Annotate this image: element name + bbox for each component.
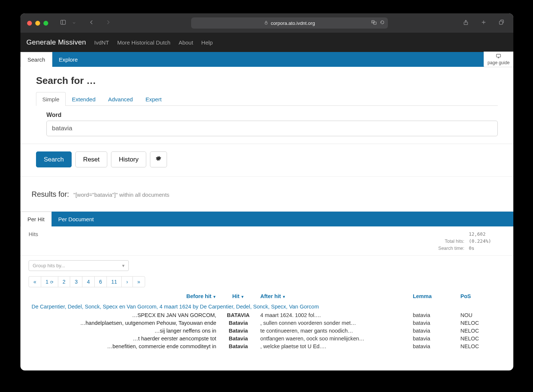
results-header: Results for: "[word="batavia"]" within a… — [20, 176, 513, 211]
cell-after: , sullen connen voorderen sonder met… — [257, 319, 410, 327]
subtab-advanced[interactable]: Advanced — [102, 92, 139, 106]
hits-label: Hits — [29, 231, 38, 237]
translate-icon[interactable]: A — [371, 20, 377, 26]
address-bar[interactable]: corpora.ato.ivdnt.org A — [191, 17, 388, 29]
table-row[interactable]: …SPECX EN JAN VAN GORCOM,BATAVIA4 maart … — [29, 311, 505, 319]
cell-lemma: batavia — [410, 327, 457, 334]
subtab-expert[interactable]: Expert — [139, 92, 168, 106]
titlebar: corpora.ato.ivdnt.org A — [20, 13, 513, 33]
monitor-icon — [488, 53, 510, 60]
cell-hit: BATAVIA — [219, 311, 258, 319]
page-last[interactable]: » — [133, 276, 145, 287]
col-lemma[interactable]: Lemma — [410, 291, 457, 301]
nav-more-historical-dutch[interactable]: More Historical Dutch — [117, 39, 170, 46]
col-after-hit[interactable]: After hit▼ — [257, 291, 410, 301]
history-button[interactable]: History — [111, 151, 146, 167]
page-1[interactable]: 1⟳ — [41, 276, 58, 287]
page-11[interactable]: 11 — [107, 276, 122, 287]
subtab-extended[interactable]: Extended — [66, 92, 102, 106]
url-text: corpora.ato.ivdnt.org — [271, 20, 315, 26]
caret-down-icon: ▼ — [282, 295, 286, 299]
hits-bar: Hits Total hits:12,602 (0.224%) Search t… — [20, 226, 513, 256]
svg-rect-2 — [265, 22, 267, 24]
nav-ivdnt[interactable]: IvdNT — [94, 39, 109, 46]
table-row[interactable]: …t haerder eerster aencompste totBatavia… — [29, 334, 505, 342]
pagination: « 1⟳ 2 3 4 6 11 › » — [29, 276, 505, 287]
nav-help[interactable]: Help — [201, 39, 213, 46]
lock-icon — [264, 20, 268, 26]
caret-down-icon: ▼ — [213, 295, 216, 299]
svg-text:A: A — [372, 21, 373, 23]
page-2[interactable]: 2 — [58, 276, 70, 287]
settings-button[interactable] — [150, 151, 167, 167]
cell-pos: NELOC — [458, 342, 505, 350]
cell-before: …SPECX EN JAN VAN GORCOM, — [29, 311, 219, 319]
page-3[interactable]: 3 — [70, 276, 82, 287]
cell-pos: NELOC — [458, 334, 505, 342]
minimize-window-button[interactable] — [35, 21, 40, 26]
results-table: Before hit▼ Hit▼ After hit▼ Lemma PoS De… — [29, 291, 505, 350]
cell-hit: Batavia — [219, 327, 258, 334]
tabs-overview-icon[interactable] — [496, 19, 507, 27]
table-row[interactable]: …handelplaetsen, uutgenomen Pehouw, Tayo… — [29, 319, 505, 327]
caret-down-icon: ▼ — [241, 295, 244, 299]
page-4[interactable]: 4 — [82, 276, 94, 287]
tab-search[interactable]: Search — [20, 52, 52, 67]
reset-button[interactable]: Reset — [75, 151, 107, 167]
tab-explore[interactable]: Explore — [52, 52, 85, 67]
cell-hit: Batavia — [219, 334, 258, 342]
table-row[interactable]: …benefitien, commercie ende commoditeyt … — [29, 342, 505, 350]
page-guide-button[interactable]: page guide — [484, 52, 513, 67]
page-prev[interactable]: « — [29, 276, 41, 287]
page-6[interactable]: 6 — [94, 276, 107, 287]
document-link[interactable]: De Carpentier, Dedel, Sonck, Specx en Va… — [32, 304, 319, 310]
page-guide-label: page guide — [488, 60, 510, 65]
table-row[interactable]: …sij langer neffens ons inBataviate cont… — [29, 327, 505, 334]
cell-pos: NOU — [458, 311, 505, 319]
tab-per-hit[interactable]: Per Hit — [20, 212, 52, 226]
nav-about[interactable]: About — [179, 39, 193, 46]
cell-pos: NELOC — [458, 319, 505, 327]
back-button[interactable] — [86, 19, 97, 27]
brand[interactable]: Generale Missiven — [26, 38, 86, 46]
stats: Total hits:12,602 (0.224%) Search time:0… — [427, 231, 505, 252]
tab-per-document[interactable]: Per Document — [52, 212, 101, 226]
chevron-down-icon: ▾ — [122, 263, 125, 268]
group-by-placeholder: Group hits by... — [33, 263, 65, 268]
svg-rect-9 — [499, 21, 503, 24]
col-before-hit[interactable]: Before hit▼ — [29, 291, 219, 301]
new-tab-icon[interactable] — [478, 19, 489, 27]
subtab-simple[interactable]: Simple — [36, 92, 66, 106]
cell-after: te continueeren, maer gants noodich… — [257, 327, 410, 334]
zoom-window-button[interactable] — [43, 21, 48, 26]
cell-lemma: batavia — [410, 319, 457, 327]
group-by-select[interactable]: Group hits by... ▾ — [29, 260, 129, 271]
page-next[interactable]: › — [121, 276, 133, 287]
search-mode-tabs: Simple Extended Advanced Expert — [36, 92, 498, 106]
cell-after: , welcke plaetse tot U Ed.… — [257, 342, 410, 350]
cell-hit: Batavia — [219, 342, 258, 350]
word-input[interactable] — [46, 121, 498, 136]
svg-rect-0 — [61, 20, 66, 24]
search-heading: Search for … — [36, 75, 498, 86]
svg-rect-10 — [497, 54, 501, 57]
results-for-query: "[word="batavia"]" within all documents — [73, 192, 170, 198]
search-button[interactable]: Search — [36, 151, 72, 167]
document-title-row: De Carpentier, Dedel, Sonck, Specx en Va… — [29, 301, 505, 311]
cell-after: 4 maart 1624. 1002 fol.… — [257, 311, 410, 319]
tab-dropdown-icon[interactable] — [70, 19, 78, 27]
cell-hit: Batavia — [219, 319, 258, 327]
sidebar-toggle-icon[interactable] — [58, 19, 68, 27]
cell-before: …handelplaetsen, uutgenomen Pehouw, Tayo… — [29, 319, 219, 327]
col-hit[interactable]: Hit▼ — [219, 291, 258, 301]
search-time-value: 0s — [464, 245, 505, 252]
cell-before: …benefitien, commercie ende commoditeyt … — [29, 342, 219, 350]
results-for-label: Results for: — [32, 190, 69, 198]
share-icon[interactable] — [461, 19, 471, 27]
close-window-button[interactable] — [27, 21, 32, 26]
cell-lemma: batavia — [410, 342, 457, 350]
reload-icon[interactable] — [380, 20, 385, 26]
forward-button[interactable] — [103, 19, 113, 27]
col-pos[interactable]: PoS — [458, 291, 505, 301]
cell-lemma: batavia — [410, 334, 457, 342]
